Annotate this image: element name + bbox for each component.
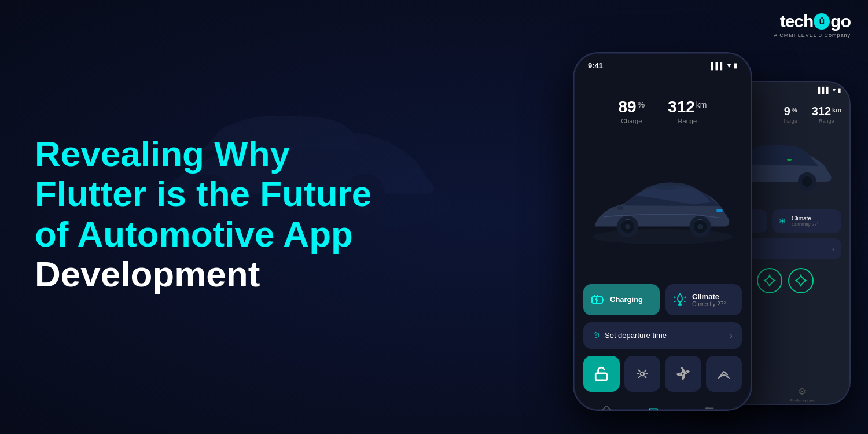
svg-point-21 [697, 224, 703, 229]
logo-circle-icon: û [814, 13, 830, 30]
climate-button[interactable]: Climate Currently 27° [665, 284, 742, 315]
svg-rect-25 [596, 373, 608, 380]
climate-sublabel: Currently 27° [692, 301, 726, 307]
headline-line1: Revealing Why [35, 134, 393, 174]
range-label: Range [668, 117, 707, 124]
charge-stat: 89 % Charge [619, 98, 645, 124]
svg-point-14 [593, 229, 732, 244]
main-headline: Revealing Why Flutter is the Future of A… [35, 134, 393, 295]
logo-tech-text: tech [780, 12, 814, 31]
svg-point-11 [802, 176, 812, 187]
car-nav-icon [647, 405, 660, 411]
svg-rect-15 [716, 209, 723, 212]
car-display-area [583, 137, 742, 277]
svg-point-34 [711, 410, 713, 411]
svg-marker-27 [601, 406, 612, 411]
logo-go-text: go [830, 12, 851, 31]
range-number: 312 [668, 98, 695, 116]
range-value-display: 312 km [668, 98, 707, 116]
departure-label: Set departure time [605, 331, 667, 340]
car-svg [587, 170, 738, 245]
wiper-button[interactable] [706, 356, 742, 392]
back-climate-label: Climate [792, 215, 819, 222]
departure-left: ⏱ Set departure time [593, 331, 667, 340]
phones-container: ▌▌▌ ▾ ▮ 9 % harge 312 km [527, 29, 851, 417]
back-wiper-btn[interactable] [788, 268, 814, 293]
back-nav-preferences[interactable]: ⚙ Preferences [790, 386, 815, 403]
control-buttons-row: Charging Climate [583, 284, 742, 315]
back-climate-sub: Currently 27° [792, 222, 819, 227]
charge-unit: % [638, 100, 645, 109]
signal-icon: ▌▌▌ [711, 62, 724, 69]
charging-label: Charging [610, 295, 643, 304]
phone-front: 9:41 ▌▌▌ ▾ ▮ 89 % Charge [573, 52, 752, 411]
back-range-unit: km [832, 106, 841, 113]
back-charge-value: 9 % [784, 105, 797, 118]
back-wifi-icon: ▾ [833, 87, 836, 93]
back-range-stat: 312 km Range [812, 105, 841, 124]
charge-label: Charge [619, 117, 645, 124]
nav-car[interactable]: Car [647, 405, 660, 411]
logo-subtitle: A CMMI LEVEL 3 Company [774, 32, 851, 38]
headlights-button[interactable] [624, 356, 661, 392]
phone-screen: 89 % Charge 312 km Range [574, 86, 751, 411]
svg-rect-12 [787, 159, 792, 161]
back-departure-chevron: › [832, 244, 834, 253]
unlock-button[interactable] [583, 356, 620, 392]
back-range-value: 312 km [812, 105, 841, 118]
back-prefs-nav-label: Preferences [790, 398, 815, 403]
wifi-icon: ▾ [727, 62, 731, 69]
range-unit: km [696, 100, 707, 109]
charging-text: Charging [610, 295, 643, 304]
range-stat: 312 km Range [668, 98, 707, 124]
prefs-nav-icon [703, 405, 716, 411]
time-display: 9:41 [588, 61, 603, 70]
back-climate-icon: ❄ [777, 215, 788, 227]
departure-chevron-icon: › [730, 330, 733, 341]
svg-point-18 [625, 224, 630, 229]
logo-area: tech û go A CMMI LEVEL 3 Company [774, 12, 851, 38]
headline-line3: of Automotive App [35, 214, 393, 254]
charge-number: 89 [619, 98, 637, 116]
back-prefs-nav-icon: ⚙ [798, 386, 806, 397]
fan-button[interactable] [665, 356, 701, 392]
headline-line2: Flutter is the Future [35, 174, 393, 214]
climate-text: Climate Currently 27° [692, 292, 726, 307]
icon-grid [583, 356, 742, 392]
back-range-label: Range [812, 118, 841, 124]
charging-icon [590, 292, 605, 307]
stats-row: 89 % Charge 312 km Range [583, 92, 742, 130]
headline-line4: Development [35, 254, 393, 294]
back-fan-btn[interactable] [757, 268, 782, 293]
svg-rect-22 [617, 206, 623, 210]
back-charge-stat: 9 % harge [784, 105, 797, 124]
charge-value-display: 89 % [619, 98, 645, 116]
back-climate-btn[interactable]: ❄ Climate Currently 27° [772, 209, 841, 233]
phone-notch [631, 70, 694, 86]
logo-wrapper: tech û go [780, 12, 851, 31]
climate-icon [672, 292, 687, 307]
back-battery-icon: ▮ [838, 87, 841, 93]
status-right-icons: ▌▌▌ ▾ ▮ [711, 62, 737, 69]
back-charge-unit: % [792, 106, 797, 113]
svg-point-33 [706, 407, 708, 410]
bottom-nav: Map Car [583, 399, 742, 411]
nav-preferences[interactable]: Preferences [694, 405, 725, 411]
status-bar: 9:41 ▌▌▌ ▾ ▮ [574, 53, 751, 70]
svg-point-26 [641, 372, 645, 376]
back-signal-icon: ▌▌▌ [818, 87, 830, 93]
departure-time-row[interactable]: ⏱ Set departure time › [583, 322, 742, 349]
map-nav-icon [600, 405, 613, 411]
charging-button[interactable]: Charging [583, 284, 660, 315]
svg-point-23 [656, 186, 678, 190]
battery-icon: ▮ [734, 62, 737, 69]
nav-map[interactable]: Map [600, 405, 613, 411]
left-content: Revealing Why Flutter is the Future of A… [35, 134, 393, 300]
back-charge-label: harge [784, 118, 797, 124]
clock-icon: ⏱ [593, 331, 600, 340]
climate-label: Climate [692, 292, 726, 301]
